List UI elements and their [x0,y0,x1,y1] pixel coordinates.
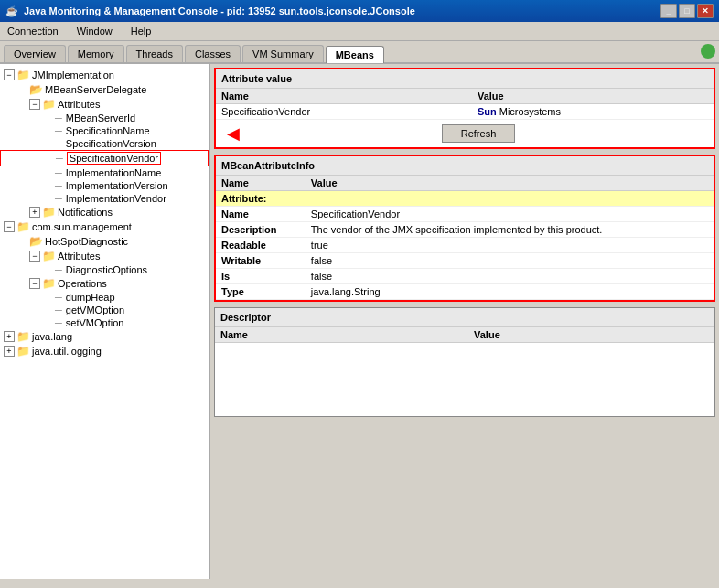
tree-node-javalogging[interactable]: +📁java.util.logging [0,344,209,358]
tree-label-diagopts: DiagnosticOptions [66,264,147,275]
leaf-dash-beanservid: ─ [55,112,62,123]
tree-label-implver: ImplementationVersion [66,180,168,191]
attribute-value-title: Attribute value [216,69,714,89]
menu-bar: Connection Window Help [0,22,719,41]
tree-label-implvendor: ImplementationVendor [66,193,166,204]
app-icon: ☕ [5,5,18,17]
tree-label-jmimpl: JMImplementation [32,69,114,80]
tab-memory[interactable]: Memory [68,45,124,62]
table-row[interactable]: Attribute: [216,191,714,207]
av-col-value: Value [472,89,714,104]
tree-label-specver: SpecificationVersion [66,138,156,149]
connection-indicator [701,44,715,59]
tree-label-implname: ImplementationName [66,167,162,178]
table-row[interactable]: Isfalse [216,269,714,284]
tab-mbeans[interactable]: MBeans [326,46,384,63]
window-controls[interactable]: _ □ ✕ [660,4,714,18]
table-row[interactable]: SpecificationVendorSun Microsystems [216,104,714,120]
descriptor-section: Descriptor Name Value [214,307,715,417]
leaf-dash-implver: ─ [55,180,62,191]
table-row[interactable]: DescriptionThe vendor of the JMX specifi… [216,222,714,238]
mi-col-name: Name [216,176,306,191]
mi-name: Is [216,269,306,284]
expand-icon-javalogging[interactable]: + [4,346,15,357]
restore-button[interactable]: □ [679,4,695,18]
mi-value: false [306,253,714,269]
tab-classes[interactable]: Classes [185,45,241,62]
attribute-value-section: Attribute value Name Value Specification… [214,68,715,149]
expand-icon-attrs2[interactable]: − [29,251,40,262]
tree-label-specname: SpecificationName [66,125,150,136]
tree-node-notifs[interactable]: +📁Notifications [0,205,209,219]
tabs-bar: Overview Memory Threads Classes VM Summa… [0,41,719,64]
mi-name: Name [216,207,306,222]
main-content: −📁JMImplementation📂MBeanServerDelegate−📁… [0,64,719,579]
desc-col-name: Name [215,327,468,343]
tab-vm-summary[interactable]: VM Summary [242,45,324,62]
tree-node-jmimpl[interactable]: −📁JMImplementation [0,68,209,82]
table-row[interactable]: Readabletrue [216,238,714,253]
tree-node-specname[interactable]: ─SpecificationName [0,124,209,137]
refresh-button[interactable]: Refresh [442,124,516,143]
av-col-name: Name [216,89,472,104]
table-row[interactable]: NameSpecificationVendor [216,207,714,222]
tree-node-implvendor[interactable]: ─ImplementationVendor [0,192,209,205]
expand-icon-ops[interactable]: − [29,278,40,289]
expand-icon-comsun[interactable]: − [4,221,15,232]
expand-icon-jmimpl[interactable]: − [4,69,15,80]
tree-node-specver[interactable]: ─SpecificationVersion [0,137,209,150]
table-row[interactable]: Typejava.lang.String [216,284,714,300]
folder-icon-attrs: 📁 [42,98,56,111]
mi-value: SpecificationVendor [306,207,714,222]
red-arrow-icon: ◀ [220,122,247,145]
tree-node-implname[interactable]: ─ImplementationName [0,166,209,179]
minimize-button[interactable]: _ [660,4,677,18]
attribute-value-table: Name Value SpecificationVendorSun Micros… [216,89,714,120]
mi-value [306,191,714,207]
desc-col-value: Value [468,327,714,343]
leaf-dash-dumpheap: ─ [55,292,62,303]
expand-icon-notifs[interactable]: + [29,207,40,218]
tree-node-ops[interactable]: −📁Operations [0,276,209,291]
mi-col-value: Value [306,176,714,191]
expand-icon-javalang[interactable]: + [4,331,15,342]
folder-icon-javalogging: 📁 [16,345,30,358]
mi-name: Attribute: [216,191,306,207]
right-panel: Attribute value Name Value Specification… [210,64,719,579]
tree-label-notifs: Notifications [58,207,113,218]
menu-window[interactable]: Window [73,24,116,38]
tree-node-diagopts[interactable]: ─DiagnosticOptions [0,263,209,276]
av-value: Sun Microsystems [472,104,714,120]
tree-label-ops: Operations [58,278,107,289]
tree-node-hotspot[interactable]: 📂HotSpotDiagnostic [0,234,209,249]
tree-node-beanservid[interactable]: ─MBeanServerId [0,112,209,124]
tree-node-dumpheap[interactable]: ─dumpHeap [0,291,209,304]
expand-icon-attrs[interactable]: − [29,99,40,110]
menu-connection[interactable]: Connection [4,24,62,38]
tab-overview[interactable]: Overview [4,45,66,62]
table-row[interactable]: Writablefalse [216,253,714,269]
tree-node-mbsd[interactable]: 📂MBeanServerDelegate [0,82,209,97]
tree-node-javalang[interactable]: +📁java.lang [0,329,209,344]
mbean-info-section: MBeanAttributeInfo Name Value Attribute:… [214,155,715,302]
leaf-dash-specvendor: ─ [56,153,63,164]
tree-label-javalang: java.lang [32,331,72,342]
folder-icon-hotspot: 📂 [29,235,43,248]
tab-threads[interactable]: Threads [126,45,183,62]
tree-node-specvendor[interactable]: ─SpecificationVendor [0,150,209,166]
close-button[interactable]: ✕ [697,4,714,18]
tree-node-getvmoption[interactable]: ─getVMOption [0,304,209,316]
folder-icon-comsun: 📁 [16,220,30,233]
menu-help[interactable]: Help [127,24,156,38]
mi-name: Description [216,222,306,238]
tree-node-implver[interactable]: ─ImplementationVersion [0,179,209,192]
mi-name: Readable [216,238,306,253]
tree-node-attrs2[interactable]: −📁Attributes [0,249,209,263]
descriptor-title: Descriptor [215,308,714,327]
tree-label-specvendor: SpecificationVendor [67,152,161,165]
leaf-dash-specname: ─ [55,125,62,136]
leaf-dash-specver: ─ [55,138,62,149]
tree-node-setvmoption[interactable]: ─setVMOption [0,316,209,329]
tree-node-comsun[interactable]: −📁com.sun.management [0,219,209,234]
tree-node-attrs[interactable]: −📁Attributes [0,97,209,112]
